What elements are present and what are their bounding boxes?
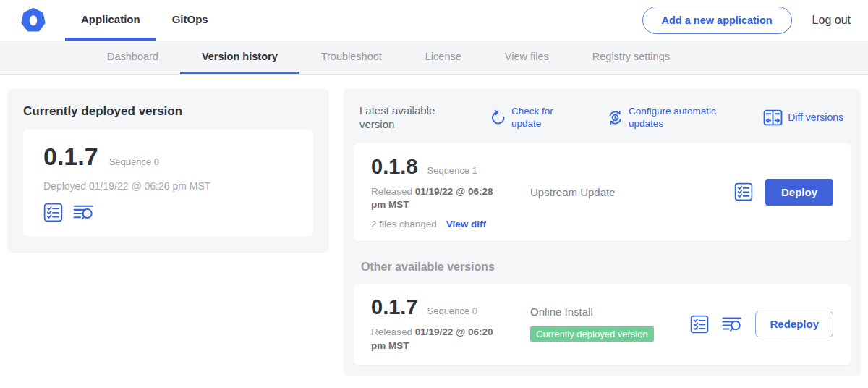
- available-versions-header: Latest available version Check for updat…: [354, 100, 851, 133]
- preflight-checklist-icon[interactable]: [690, 315, 709, 334]
- released-label: Released: [371, 186, 412, 197]
- deployed-version-row: 0.1.7 Sequence 0: [43, 143, 293, 171]
- latest-version-number: 0.1.8: [371, 155, 418, 179]
- add-new-application-button[interactable]: Add a new application: [642, 7, 792, 34]
- subnav-troubleshoot-label: Troubleshoot: [321, 51, 382, 62]
- released-label: Released: [371, 326, 412, 337]
- other-version-number: 0.1.7: [371, 295, 418, 319]
- app-logo-heptagon-icon: [20, 7, 46, 33]
- subnav-version-history-label: Version history: [202, 51, 278, 62]
- subnav-view-files[interactable]: View files: [483, 41, 571, 74]
- configure-automatic-updates-link[interactable]: Configure automatic updates: [607, 106, 730, 130]
- subnav-registry-settings[interactable]: Registry settings: [571, 41, 692, 74]
- latest-version-row: 0.1.8 Sequence 1: [371, 155, 526, 179]
- latest-source-column: Upstream Update: [526, 186, 734, 198]
- deployed-sequence-label: Sequence 0: [109, 156, 159, 167]
- other-versions-heading: Other available versions: [361, 261, 851, 274]
- configure-automatic-updates-label: Configure automatic updates: [629, 106, 730, 130]
- deployed-version-number: 0.1.7: [43, 143, 98, 171]
- app-subnav: Dashboard Version history Troubleshoot L…: [0, 41, 868, 75]
- deployed-timestamp: Deployed 01/19/22 @ 06:26 pm MST: [43, 180, 293, 192]
- latest-released-line: Released 01/19/22 @ 06:28 pm MST: [371, 185, 510, 212]
- files-changed-label: 2 files changed: [371, 219, 437, 229]
- other-version-card: 0.1.7 Sequence 0 Released 01/19/22 @ 06:…: [354, 284, 851, 365]
- tab-gitops-label: GitOps: [172, 13, 208, 25]
- preflight-checklist-icon[interactable]: [43, 203, 63, 222]
- badge-wrap: Currently deployed version: [530, 324, 655, 343]
- latest-version-card: 0.1.8 Sequence 1 Released 01/19/22 @ 06:…: [354, 143, 851, 241]
- tab-gitops[interactable]: GitOps: [156, 0, 224, 41]
- top-nav-right: Add a new application Log out: [642, 0, 868, 41]
- subnav-troubleshoot[interactable]: Troubleshoot: [299, 41, 404, 74]
- version-history-page: Currently deployed version 0.1.7 Sequenc…: [0, 75, 868, 376]
- diff-versions-label: Diff versions: [788, 111, 843, 124]
- subnav-license[interactable]: License: [404, 41, 483, 74]
- redeploy-button[interactable]: Redeploy: [755, 311, 833, 337]
- tab-application[interactable]: Application: [65, 0, 156, 41]
- deployed-version-card: 0.1.7 Sequence 0 Deployed 01/19/22 @ 06:…: [23, 130, 313, 237]
- subnav-version-history[interactable]: Version history: [180, 41, 299, 74]
- view-logs-icon[interactable]: [72, 203, 95, 222]
- preflight-checklist-icon[interactable]: [734, 182, 753, 201]
- check-for-update-label: Check for update: [511, 106, 559, 130]
- top-tabs: Application GitOps: [65, 0, 224, 41]
- online-install-label: Online Install: [530, 305, 690, 318]
- latest-sequence-label: Sequence 1: [427, 165, 477, 176]
- other-version-row: 0.1.7 Sequence 0: [371, 295, 526, 319]
- scheduled-update-icon: [607, 109, 624, 126]
- latest-actions: Deploy: [734, 179, 833, 206]
- subnav-dashboard-label: Dashboard: [107, 51, 158, 62]
- diff-icon: [763, 109, 783, 126]
- other-source-column: Online Install Currently deployed versio…: [526, 305, 690, 343]
- files-changed-row: 2 files changed View diff: [371, 219, 526, 229]
- latest-version-info: 0.1.8 Sequence 1 Released 01/19/22 @ 06:…: [371, 155, 526, 229]
- currently-deployed-panel: Currently deployed version 0.1.7 Sequenc…: [7, 88, 329, 253]
- subnav-license-label: License: [425, 51, 461, 62]
- subnav-view-files-label: View files: [505, 51, 549, 62]
- check-for-update-link[interactable]: Check for update: [490, 106, 559, 130]
- logout-link[interactable]: Log out: [812, 14, 851, 27]
- subnav-dashboard[interactable]: Dashboard: [85, 41, 180, 74]
- top-navbar: Application GitOps Add a new application…: [0, 0, 868, 41]
- subnav-registry-settings-label: Registry settings: [592, 51, 670, 62]
- deployed-actions-row: [43, 203, 293, 222]
- available-versions-panel: Latest available version Check for updat…: [344, 88, 861, 376]
- view-diff-link[interactable]: View diff: [446, 219, 486, 229]
- deploy-button[interactable]: Deploy: [765, 179, 833, 206]
- latest-available-title: Latest available version: [359, 104, 452, 132]
- view-logs-icon[interactable]: [721, 315, 743, 334]
- other-version-info: 0.1.7 Sequence 0 Released 01/19/22 @ 06:…: [371, 295, 526, 353]
- currently-deployed-badge: Currently deployed version: [530, 326, 654, 342]
- currently-deployed-title: Currently deployed version: [23, 104, 313, 119]
- other-actions: Redeploy: [690, 311, 833, 337]
- upstream-update-label: Upstream Update: [530, 186, 616, 198]
- diff-versions-link[interactable]: Diff versions: [763, 109, 843, 126]
- other-released-line: Released 01/19/22 @ 06:20 pm MST: [371, 326, 510, 353]
- app-logo: [0, 0, 65, 41]
- refresh-icon: [490, 109, 506, 126]
- other-sequence-label: Sequence 0: [427, 305, 477, 316]
- tab-application-label: Application: [81, 13, 140, 25]
